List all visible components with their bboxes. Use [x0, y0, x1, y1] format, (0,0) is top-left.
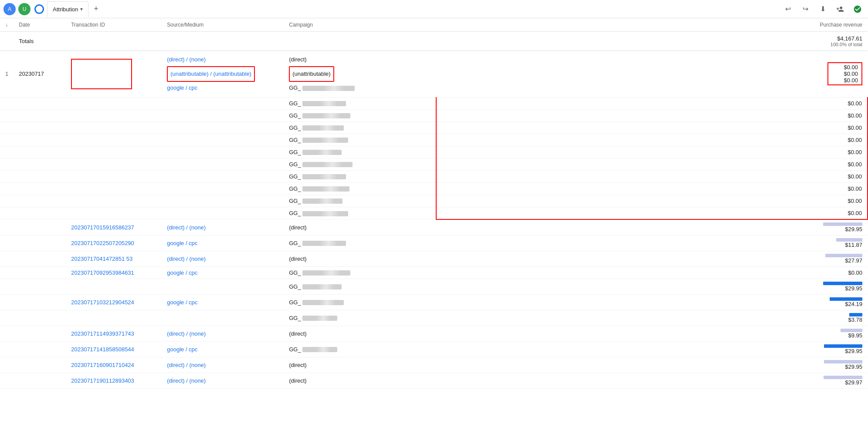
table-row: GG_ $0.00	[0, 182, 868, 195]
table-row: 20230717141858508544 google / cpc GG_ $2…	[0, 341, 868, 357]
revenue-bar-blue	[849, 313, 862, 316]
tab-attribution[interactable]: Attribution ▾	[47, 1, 88, 17]
revenue-cell: $0.00	[436, 266, 868, 279]
table-row: GG_ $0.00	[0, 146, 868, 158]
table-row: 20230717160901710424 (direct) / (none) (…	[0, 357, 868, 373]
col-date[interactable]: Date	[14, 18, 66, 32]
table-row: GG_ $0.00	[0, 195, 868, 207]
total-revenue-sub: 100.0% of total	[441, 42, 862, 47]
table-row: GG_ $0.00	[0, 207, 868, 219]
txn-id-cell[interactable]: 20230717190112893403	[66, 373, 162, 388]
campaign-cell: (direct)	[284, 219, 436, 236]
revenue-cell: $9.95	[436, 326, 868, 341]
person-add-icon[interactable]	[833, 2, 847, 16]
revenue-cell: $29.95	[436, 219, 868, 236]
date-cell: 20230717	[14, 51, 66, 98]
table-row: GG_ $29.95	[0, 279, 868, 294]
campaign-cell: GG_	[284, 294, 436, 310]
avatar-a[interactable]: A	[3, 3, 16, 15]
source-cell: google / cpc	[162, 235, 284, 251]
table-row: 20230717114939371743 (direct) / (none) (…	[0, 326, 868, 341]
campaign-blurred-row: GG_	[284, 146, 436, 158]
campaign-list: (direct) (unattributable) GG_	[289, 54, 431, 94]
main-table-container: ↓ Date Transaction ID Source/Medium Camp…	[0, 18, 868, 389]
attribution-table: ↓ Date Transaction ID Source/Medium Camp…	[0, 18, 868, 389]
redo-icon[interactable]: ↪	[798, 2, 812, 16]
campaign-cell: (direct)	[284, 357, 436, 373]
txn-id-cell[interactable]: 20230717160901710424	[66, 357, 162, 373]
source-cell: (direct) / (none) (unattributable) / (un…	[162, 51, 284, 98]
revenue-bar-blue	[823, 282, 862, 285]
txn-id-cell[interactable]: 20230717041472851 53	[66, 251, 162, 266]
total-revenue: $4,167.61	[441, 35, 862, 42]
table-row: 20230717103212904524 google / cpc GG_ $2…	[0, 294, 868, 310]
col-campaign[interactable]: Campaign	[284, 18, 436, 32]
source-list: (direct) / (none) (unattributable) / (un…	[167, 54, 278, 94]
revenue-bar-blue	[824, 344, 862, 348]
chevron-down-icon[interactable]: ▾	[80, 6, 83, 12]
txn-id-cell[interactable]: 20230717022507205290	[66, 235, 162, 251]
topbar: A U Attribution ▾ + ↩ ↪ ⬇	[0, 0, 868, 18]
col-source-medium[interactable]: Source/Medium	[162, 18, 284, 32]
revenue-bar	[836, 238, 862, 242]
source-cell: (direct) / (none)	[162, 219, 284, 236]
revenue-cell: $3.78	[436, 310, 868, 326]
table-row: 1 20230717 (direct) / (none) (unattribut…	[0, 51, 868, 98]
avatar-u[interactable]: U	[18, 3, 31, 15]
txn-id-cell[interactable]: 20230717015916586237	[66, 219, 162, 236]
txn-id-cell[interactable]: 20230717103212904524	[66, 294, 162, 310]
undo-icon[interactable]: ↩	[781, 2, 795, 16]
source-unattributable: (unattributable) / (unattributable)	[167, 66, 278, 82]
table-row: 20230717015916586237 (direct) / (none) (…	[0, 219, 868, 236]
txn-id-cell[interactable]: 20230717114939371743	[66, 326, 162, 341]
campaign-cell: GG_	[284, 279, 436, 294]
sort-arrow-icon: ↓	[5, 22, 8, 28]
revenue-cell: $29.95	[436, 341, 868, 357]
campaign-blurred-row: GG_	[284, 207, 436, 219]
txn-id-cell[interactable]: 20230717092953984631	[66, 266, 162, 279]
txn-id-cell[interactable]: 20230717141858508544	[66, 341, 162, 357]
revenue-red-box-group: $0.00 $0.00 $0.00	[827, 62, 862, 85]
source-cell: google / cpc	[162, 266, 284, 279]
source-cell: (direct) / (none)	[162, 251, 284, 266]
download-icon[interactable]: ⬇	[816, 2, 830, 16]
source-cell: (direct) / (none)	[162, 357, 284, 373]
source-cell: (direct) / (none)	[162, 326, 284, 341]
table-header-row: ↓ Date Transaction ID Source/Medium Camp…	[0, 18, 868, 32]
table-row: 20230717092953984631 google / cpc GG_ $0…	[0, 266, 868, 279]
totals-row: Totals $4,167.61 100.0% of total	[0, 32, 868, 51]
source-cell: (direct) / (none)	[162, 373, 284, 388]
campaign-blurred-row: GG_	[284, 195, 436, 207]
source-direct: (direct) / (none)	[167, 54, 278, 66]
table-row: 20230717190112893403 (direct) / (none) (…	[0, 373, 868, 388]
totals-label: Totals	[19, 38, 34, 44]
col-purchase-revenue[interactable]: Purchase revenue	[436, 18, 868, 32]
campaign-cell: GG_	[284, 341, 436, 357]
campaign-cell: (direct)	[284, 373, 436, 388]
revenue-cell-group1: $0.00 $0.00 $0.00	[436, 51, 868, 98]
add-tab-button[interactable]: +	[90, 3, 102, 15]
revenue-bar	[824, 360, 862, 363]
campaign-cell: GG_	[284, 235, 436, 251]
txn-red-box	[71, 59, 132, 89]
campaign-cell: (direct)	[284, 251, 436, 266]
revenue-bar	[824, 376, 862, 379]
campaign-cell: (direct)	[284, 326, 436, 341]
table-row: GG_ $3.78	[0, 310, 868, 326]
revenue-bar	[823, 222, 862, 226]
revenue-cell: $29.95	[436, 357, 868, 373]
campaign-blurred-row: GG_	[284, 158, 436, 170]
campaign-cell: (direct) (unattributable) GG_	[284, 51, 436, 98]
table-row: GG_ $0.00	[0, 109, 868, 121]
table-row: GG_ $0.00	[0, 170, 868, 182]
source-cell: google / cpc	[162, 294, 284, 310]
col-transaction-id[interactable]: Transaction ID	[66, 18, 162, 32]
campaign-cell: GG_	[284, 310, 436, 326]
revenue-bar-blue	[830, 297, 862, 301]
campaign-blurred-row: GG_	[284, 170, 436, 182]
campaign-blurred-row: GG_	[284, 109, 436, 121]
source-cell: google / cpc	[162, 341, 284, 357]
revenue-cell: $11.87	[436, 235, 868, 251]
col-sort[interactable]: ↓	[0, 18, 14, 32]
revenue-cell: $29.95	[436, 279, 868, 294]
